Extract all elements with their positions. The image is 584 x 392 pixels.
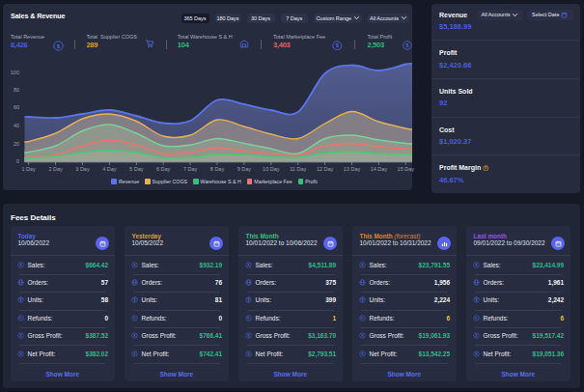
svg-text:$: $ [19,334,21,338]
svg-text:$: $ [133,334,135,338]
svg-text:$: $ [361,334,363,338]
svg-text:$: $ [361,263,363,266]
svg-text:$: $ [19,263,21,266]
svg-text:$: $ [247,263,249,266]
svg-text:$: $ [475,263,477,266]
svg-text:$: $ [247,334,249,338]
svg-text:$: $ [475,351,477,355]
svg-text:$: $ [133,263,135,266]
svg-text:$: $ [133,351,135,355]
svg-text:$: $ [19,351,21,355]
svg-text:$: $ [485,166,487,170]
svg-text:$: $ [475,334,477,338]
svg-text:$: $ [247,351,249,355]
svg-text:$: $ [361,351,363,355]
